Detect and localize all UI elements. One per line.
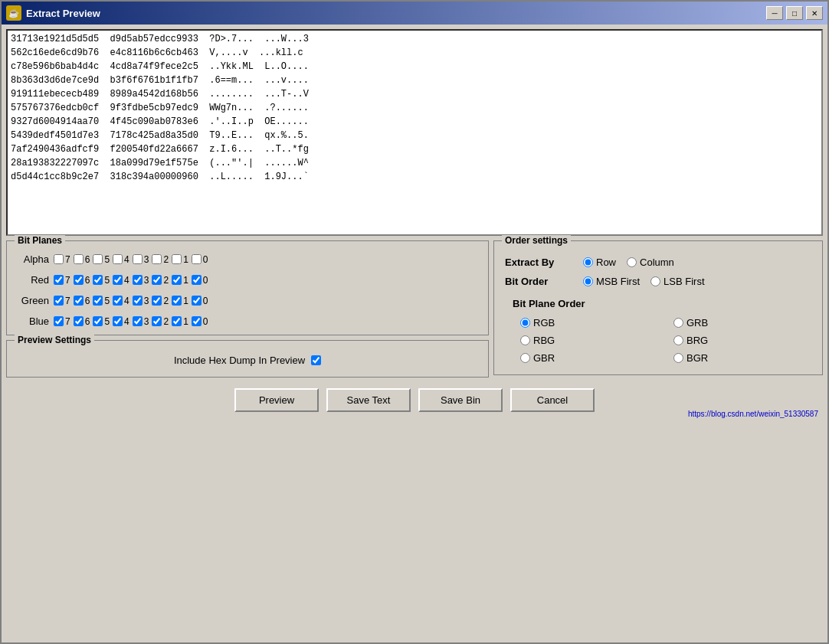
bit-checkbox-green-2[interactable] [152,296,162,306]
bit-num-label-alpha-7: 7 [65,254,70,265]
order-settings-group: Order settings Extract By Row Column [493,240,823,375]
bit-item-alpha-3: 3 [133,254,149,265]
bit-num-label-green-6: 6 [85,296,90,306]
include-hex-dump-checkbox[interactable] [311,355,321,365]
bit-item-blue-4: 4 [113,316,129,327]
bit-item-alpha-4: 4 [113,254,129,265]
preview-button[interactable]: Preview [234,388,319,412]
content-area: 31713e1921d5d5d5 d9d5ab57edcc9933 ?D>.7.… [2,25,827,642]
bit-checkbox-red-5[interactable] [93,275,103,285]
bit-checkbox-alpha-0[interactable] [192,254,202,264]
bit-checkbox-red-0[interactable] [192,275,202,285]
bit-item-alpha-1: 1 [172,254,188,265]
bit-num-label-red-0: 0 [203,275,208,286]
right-panel: Order settings Extract By Row Column [493,240,823,378]
bit-num-label-alpha-0: 0 [203,254,208,265]
bit-num-label-red-2: 2 [163,275,169,286]
bit-order-radio-group: MSB First LSB First [583,276,705,287]
close-button[interactable]: ✕ [806,6,823,20]
hex-line: 562c16ede6cd9b76 e4c8116b6c6cb463 V,....… [11,46,818,60]
bit-checkbox-blue-2[interactable] [152,316,162,326]
bit-checkbox-blue-1[interactable] [172,316,182,326]
bit-plane-radio-brg[interactable] [673,335,683,345]
bit-checkbox-blue-7[interactable] [54,316,64,326]
bit-checkbox-red-3[interactable] [133,275,143,285]
bit-item-blue-0: 0 [192,316,208,327]
lsb-first-item: LSB First [650,276,704,287]
bit-item-red-5: 5 [93,275,110,286]
bit-checkbox-green-1[interactable] [172,296,182,306]
bit-item-red-6: 6 [74,275,90,286]
extract-by-row-item: Row [583,257,616,268]
title-bar-left: ☕ Extract Preview [6,5,100,21]
bit-checkbox-blue-5[interactable] [93,316,103,326]
bit-checkbox-alpha-7[interactable] [54,254,64,264]
extract-by-row-radio[interactable] [583,257,593,267]
save-text-button[interactable]: Save Text [326,388,411,412]
bit-order-row: Bit Order MSB First LSB First [505,276,811,287]
hex-line: 919111ebececb489 8989a4542d168b56 ......… [11,87,818,101]
bit-item-green-2: 2 [152,296,169,306]
bit-checkbox-red-6[interactable] [74,275,84,285]
bit-item-red-1: 1 [172,275,188,286]
window-controls: ─ □ ✕ [766,6,823,20]
bit-plane-order-grid: RGBGRBRBGBRGGBRBGR [505,317,811,364]
bit-item-green-5: 5 [93,296,110,306]
maximize-button[interactable]: □ [786,6,803,20]
bit-num-label-blue-3: 3 [144,316,149,327]
lsb-first-radio[interactable] [650,276,660,286]
bit-checkbox-alpha-2[interactable] [152,254,162,264]
preview-settings-group: Preview Settings Include Hex Dump In Pre… [6,340,489,378]
msb-first-radio[interactable] [583,276,593,286]
bit-num-label-alpha-4: 4 [124,254,129,265]
msb-first-item: MSB First [583,276,640,287]
bit-plane-radio-grb[interactable] [673,318,683,328]
bit-checkbox-red-2[interactable] [152,275,162,285]
bit-plane-radio-gbr[interactable] [520,353,530,363]
hex-preview-area[interactable]: 31713e1921d5d5d5 d9d5ab57edcc9933 ?D>.7.… [6,29,823,236]
bit-row-green: Green76543210 [15,295,480,306]
bit-item-red-2: 2 [152,275,169,286]
bit-checkbox-alpha-3[interactable] [133,254,143,264]
bit-checkbox-blue-3[interactable] [133,316,143,326]
bit-checkbox-alpha-5[interactable] [93,254,103,264]
bit-checkbox-alpha-4[interactable] [113,254,123,264]
bit-plane-option-brg: BRG [673,335,811,346]
bit-plane-order-section: Bit Plane Order RGBGRBRBGBRGGBRBGR [505,298,811,364]
bit-num-label-red-1: 1 [183,275,188,286]
bit-checkbox-blue-4[interactable] [113,316,123,326]
save-bin-button[interactable]: Save Bin [418,388,503,412]
hex-line: 31713e1921d5d5d5 d9d5ab57edcc9933 ?D>.7.… [11,32,818,46]
bit-num-label-red-3: 3 [144,275,149,286]
bit-checkbox-green-3[interactable] [133,296,143,306]
bit-item-blue-7: 7 [54,316,70,327]
bit-label-alpha: Alpha [15,253,49,265]
bit-num-label-green-4: 4 [124,296,129,306]
cancel-button[interactable]: Cancel [510,388,595,412]
bit-plane-radio-rbg[interactable] [520,335,530,345]
bit-checkbox-alpha-6[interactable] [74,254,84,264]
bit-checkbox-green-7[interactable] [54,296,64,306]
bit-checkbox-green-4[interactable] [113,296,123,306]
bit-num-label-blue-7: 7 [65,316,70,327]
bit-checkbox-green-5[interactable] [93,296,103,306]
bit-row-red: Red76543210 [15,274,480,286]
bit-checkbox-green-6[interactable] [74,296,84,306]
bit-checkbox-red-7[interactable] [54,275,64,285]
bit-checkbox-red-1[interactable] [172,275,182,285]
minimize-button[interactable]: ─ [766,6,783,20]
extract-by-row: Extract By Row Column [505,257,811,268]
bit-checkbox-alpha-1[interactable] [172,254,182,264]
bit-plane-radio-bgr[interactable] [673,353,683,363]
bit-item-green-6: 6 [74,296,90,306]
hex-line: 28a193832227097c 18a099d79e1f575e (..."'… [11,156,818,170]
bit-checkbox-green-0[interactable] [192,296,202,306]
bit-check-group-red: 76543210 [54,275,208,286]
bit-checkbox-blue-6[interactable] [74,316,84,326]
bit-checkbox-red-4[interactable] [113,275,123,285]
bit-plane-radio-rgb[interactable] [520,318,530,328]
bit-planes-title: Bit Planes [15,235,65,246]
extract-by-column-radio[interactable] [627,257,637,267]
bit-checkbox-blue-0[interactable] [192,316,202,326]
bit-num-label-green-2: 2 [163,296,169,306]
